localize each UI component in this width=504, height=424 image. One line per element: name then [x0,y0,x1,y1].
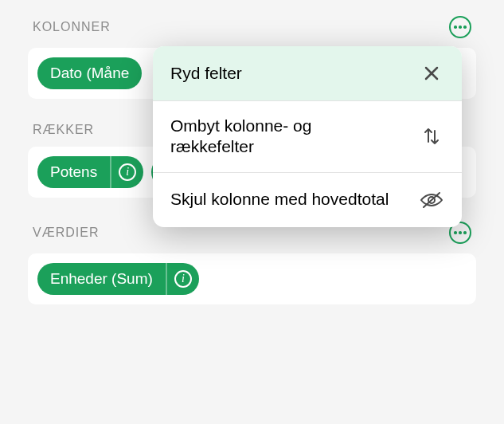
ellipsis-icon [454,231,467,234]
menu-item-label: Skjul kolonne med hovedtotal [170,189,389,210]
info-icon: i [174,270,192,288]
field-pill-dato[interactable]: Dato (Måne [37,57,142,89]
field-pill-potens[interactable]: Potens i [37,156,143,188]
close-icon [419,61,444,86]
values-section: VÆRDIER Enheder (Sum) i [28,222,476,304]
rows-title: RÆKKER [33,123,94,137]
values-title: VÆRDIER [33,226,99,240]
info-icon: i [119,163,136,181]
hide-icon [419,187,444,213]
menu-item-swap-fields[interactable]: Ombyt kolonne- og rækkefelter [153,101,462,173]
menu-item-label: Ombyt kolonne- og rækkefelter [170,116,393,158]
columns-options-popover: Ryd felter Ombyt kolonne- og rækkefelter… [153,46,462,227]
pill-label: Potens [37,163,110,181]
menu-item-clear-fields[interactable]: Ryd felter [153,46,462,101]
columns-title: KOLONNER [33,20,111,34]
menu-item-hide-total[interactable]: Skjul kolonne med hovedtotal [153,173,462,227]
field-pill-enheder[interactable]: Enheder (Sum) i [37,263,199,295]
pill-label: Enheder (Sum) [37,270,166,288]
swap-icon [419,124,444,149]
ellipsis-icon [454,26,467,29]
pill-label: Dato (Måne [37,65,142,82]
columns-header: KOLONNER [28,16,476,38]
pill-info-button[interactable]: i [111,163,143,181]
pill-info-button[interactable]: i [167,270,199,288]
columns-more-button[interactable] [449,16,471,38]
values-body[interactable]: Enheder (Sum) i [28,253,476,304]
menu-item-label: Ryd felter [170,63,242,84]
